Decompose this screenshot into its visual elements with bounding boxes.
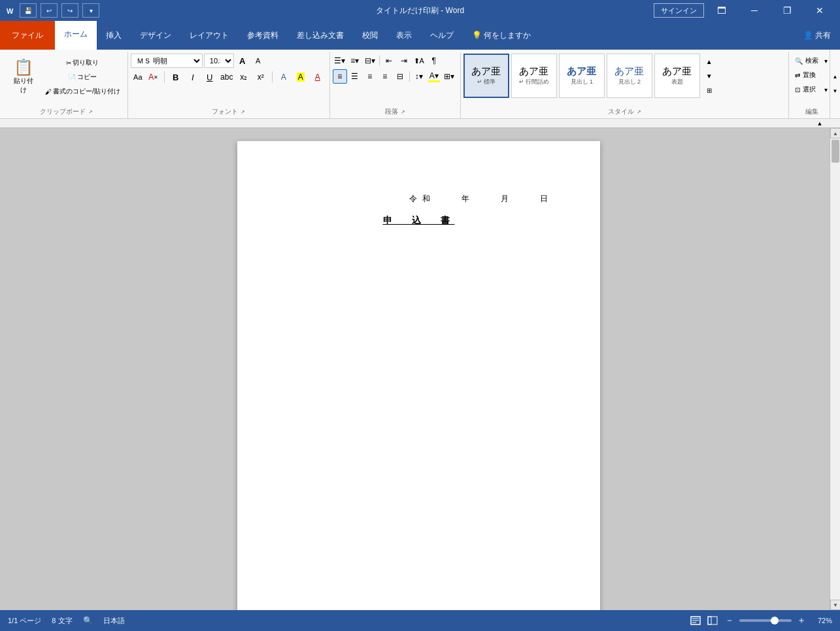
language-info[interactable]: 日本語 [103,616,125,626]
superscript-button[interactable]: x² [253,70,269,84]
line-spacing-button[interactable]: ↕▾ [412,69,426,84]
ribbon-scroll-up[interactable]: ▲ [828,70,841,84]
minimize-button[interactable]: ─ [739,0,769,21]
title-bar-controls: W 💾 ↩ ↪ ▾ [5,3,99,18]
menu-tell-me[interactable]: 💡 何をしますか [463,21,540,50]
ribbon-scrollbar: ▲ ▼ [830,50,840,118]
show-marks-button[interactable]: ¶ [427,54,441,68]
subscript-button[interactable]: x₂ [236,70,252,84]
zoom-out-button[interactable]: － [722,615,737,626]
style-tight[interactable]: あア亜 ↵ 行間詰め [511,54,557,98]
format-painter-icon: 🖌 [45,88,52,95]
format-painter-button[interactable]: 🖌 書式のコピー/貼り付け [42,85,124,98]
change-case-button[interactable]: Aa [131,70,145,84]
scroll-down-button[interactable]: ▼ [830,600,840,610]
menu-review[interactable]: 校閲 [353,21,387,50]
menu-help[interactable]: ヘルプ [421,21,463,50]
save-button[interactable]: 💾 [20,3,37,18]
customize-qat-button[interactable]: ▾ [82,3,99,18]
sort-button[interactable]: ⬆A [412,54,426,68]
menu-file[interactable]: ファイル [0,21,55,50]
clipboard-group-label: クリップボード [40,107,86,116]
style-heading1[interactable]: あア亜 見出し 1 [559,54,605,98]
paste-button[interactable]: 📋 貼り付け [8,55,39,98]
text-effect-button[interactable]: A [276,70,292,84]
style-title[interactable]: あア亜 表題 [654,54,700,98]
align-right-button[interactable]: ≡ [363,69,377,84]
style-normal[interactable]: あア亜 ↵ 標準 [463,54,509,98]
zoom-slider[interactable] [739,619,792,622]
zoom-level[interactable]: 72% [811,617,832,624]
cut-button[interactable]: ✂ 切り取り [42,56,124,69]
document-canvas[interactable]: 令和 年 月 日 申 込 書 [0,128,840,610]
select-button[interactable]: ⊡ 選択 ▾ [792,82,831,97]
search-icon: 🔍 [795,57,803,65]
menu-references[interactable]: 参考資料 [238,21,288,50]
ribbon-display-button[interactable]: 🗖 [707,0,737,21]
clear-format-button[interactable]: A ✕ [146,70,161,84]
numbered-list-button[interactable]: ≡▾ [348,54,362,68]
style-title-text: あア亜 [662,65,692,78]
style-heading1-text: あア亜 [567,65,596,78]
style-heading2[interactable]: あア亜 見出し 2 [607,54,652,98]
styles-expand-icon[interactable]: ↗ [637,109,641,115]
menu-design[interactable]: デザイン [131,21,180,50]
copy-button[interactable]: 📄 コピー [42,71,124,84]
shading-button[interactable]: A▾ [427,69,441,84]
increase-indent-button[interactable]: ⇥ [397,54,411,68]
font-name-dropdown[interactable]: ＭＳ 明朝 [131,54,203,68]
style-tight-label: ↵ 行間詰め [519,78,550,86]
page-content[interactable]: 令和 年 月 日 申 込 書 [284,193,553,227]
italic-button[interactable]: I [185,70,201,84]
share-icon: 👤 [803,31,813,40]
menu-insert[interactable]: 挿入 [97,21,131,50]
replace-button[interactable]: ⇄ 置換 [792,68,831,82]
print-layout-button[interactable] [688,613,703,628]
distribute-button[interactable]: ⊟ [393,69,407,84]
scroll-track [830,138,840,600]
decrease-indent-button[interactable]: ⇤ [382,54,396,68]
collapse-ribbon-button[interactable]: ▲ [813,120,827,127]
web-layout-button[interactable] [705,613,720,628]
menu-mailings[interactable]: 差し込み文書 [288,21,353,50]
undo-button[interactable]: ↩ [41,3,58,18]
font-grow-button[interactable]: A [235,54,250,68]
strikethrough-button[interactable]: abc [219,70,235,84]
align-left-button[interactable]: ≡ [333,69,347,84]
status-bar: 1/1 ページ 8 文字 🔍 日本語 － ＋ 72% [0,610,840,631]
scroll-up-button[interactable]: ▲ [830,128,840,138]
justify-button[interactable]: ≡ [378,69,392,84]
align-center-button[interactable]: ☰ [348,69,362,84]
font-size-dropdown[interactable]: 10.5 [204,54,234,68]
ribbon-scroll-down[interactable]: ▼ [828,84,841,99]
font-shrink-button[interactable]: A [251,54,265,68]
styles-scroll-up[interactable]: ▲ [702,55,716,68]
word-icon: W [5,5,16,16]
styles-more[interactable]: ⊞ [702,84,716,97]
highlight-button[interactable]: A [293,70,309,84]
styles-group: あア亜 ↵ 標準 あア亜 ↵ 行間詰め あア亜 見出し 1 あア亜 見出し 2 … [461,52,789,118]
share-button[interactable]: 👤 共有 [794,21,840,50]
menu-home[interactable]: ホーム [55,21,97,50]
paragraph-expand-icon[interactable]: ↗ [401,109,405,115]
search-button[interactable]: 🔍 検索 ▾ [792,54,831,68]
font-color-button[interactable]: A [310,70,326,84]
clipboard-expand-icon[interactable]: ↗ [88,109,93,115]
font-expand-icon[interactable]: ↗ [241,109,245,115]
style-title-label: 表題 [671,78,683,86]
multilevel-list-button[interactable]: ⊟▾ [363,54,377,68]
redo-button[interactable]: ↪ [61,3,78,18]
menu-layout[interactable]: レイアウト [180,21,238,50]
borders-button[interactable]: ⊞▾ [442,69,456,84]
signin-button[interactable]: サインイン [654,3,704,18]
restore-button[interactable]: ❐ [772,0,802,21]
bullet-list-button[interactable]: ☰▾ [333,54,347,68]
scroll-thumb[interactable] [832,140,839,163]
menu-view[interactable]: 表示 [387,21,421,50]
close-button[interactable]: ✕ [805,0,835,21]
underline-button[interactable]: U [202,70,218,84]
status-left: 1/1 ページ 8 文字 🔍 日本語 [8,616,125,626]
zoom-in-button[interactable]: ＋ [794,615,809,626]
bold-button[interactable]: B [168,70,184,84]
styles-scroll-down[interactable]: ▼ [702,69,716,82]
